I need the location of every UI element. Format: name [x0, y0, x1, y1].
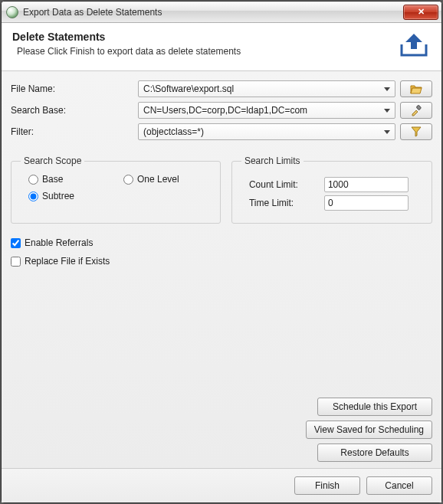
export-icon [397, 31, 431, 61]
side-actions: Schedule this Export View Saved for Sche… [11, 382, 432, 462]
time-limit-row: Time Limit: [241, 195, 422, 211]
schedule-export-label: Schedule this Export [333, 401, 417, 412]
groups-row: Search Scope Base One Level Subtree [11, 155, 432, 224]
search-base-label: Search Base: [11, 105, 133, 116]
filter-combo[interactable]: (objectclass=*) [138, 123, 395, 140]
scope-one-level-option[interactable]: One Level [123, 174, 211, 185]
search-limits-legend: Search Limits [241, 155, 304, 166]
search-scope-legend: Search Scope [21, 155, 84, 166]
enable-referrals-checkbox[interactable] [11, 238, 21, 248]
file-name-row: File Name: C:\Software\export.sql [11, 80, 432, 97]
dialog-window: Export Data as Delete Statements ✕ Delet… [1, 1, 442, 503]
header-subtitle: Please Click Finish to export data as de… [12, 46, 388, 57]
scope-subtree-label: Subtree [42, 191, 74, 201]
app-icon [6, 6, 18, 18]
filter-label: Filter: [11, 126, 133, 137]
funnel-icon [410, 126, 422, 138]
header-text: Delete Statements Please Click Finish to… [12, 31, 388, 57]
replace-file-checkbox[interactable] [11, 257, 21, 267]
search-limits-group: Search Limits Count Limit: Time Limit: [231, 155, 432, 224]
view-saved-button[interactable]: View Saved for Scheduling [306, 421, 432, 439]
file-name-label: File Name: [11, 83, 133, 94]
scope-one-level-label: One Level [137, 174, 179, 185]
dialog-header: Delete Statements Please Click Finish to… [2, 23, 441, 71]
count-limit-input[interactable] [324, 177, 409, 192]
finish-button[interactable]: Finish [294, 476, 360, 495]
count-limit-label: Count Limit: [249, 179, 318, 190]
scope-base-option[interactable]: Base [28, 174, 116, 185]
replace-file-label: Replace File if Exists [25, 256, 110, 267]
dialog-footer: Finish Cancel [2, 468, 441, 502]
restore-defaults-button[interactable]: Restore Defaults [317, 443, 432, 462]
count-limit-row: Count Limit: [241, 177, 422, 192]
search-base-combo[interactable]: CN=Users,DC=corp,DC=ldap1,DC=com [138, 102, 395, 119]
search-scope-group: Search Scope Base One Level Subtree [11, 155, 221, 224]
folder-open-icon [410, 83, 422, 95]
browse-file-button[interactable] [400, 80, 432, 97]
scope-base-label: Base [42, 174, 63, 185]
time-limit-label: Time Limit: [249, 198, 318, 208]
finish-label: Finish [315, 480, 340, 491]
replace-file-option[interactable]: Replace File if Exists [11, 256, 432, 267]
file-name-combo[interactable]: C:\Software\export.sql [138, 80, 395, 97]
enable-referrals-label: Enable Referrals [25, 237, 93, 248]
time-limit-input[interactable] [324, 195, 409, 211]
scope-one-level-radio[interactable] [123, 175, 133, 185]
filter-builder-button[interactable] [400, 123, 432, 140]
cancel-button[interactable]: Cancel [366, 476, 432, 495]
close-icon: ✕ [418, 7, 425, 17]
cancel-label: Cancel [385, 480, 413, 491]
search-base-value: CN=Users,DC=corp,DC=ldap1,DC=com [143, 105, 307, 116]
scope-base-radio[interactable] [28, 175, 38, 185]
filter-row: Filter: (objectclass=*) [11, 123, 432, 140]
search-base-picker-button[interactable] [400, 102, 432, 119]
scope-subtree-option[interactable]: Subtree [28, 191, 116, 201]
filter-value: (objectclass=*) [143, 126, 204, 137]
dialog-content: File Name: C:\Software\export.sql Search… [2, 71, 441, 468]
titlebar[interactable]: Export Data as Delete Statements ✕ [2, 2, 441, 23]
schedule-export-button[interactable]: Schedule this Export [317, 398, 432, 416]
svg-rect-0 [416, 105, 421, 110]
eyedropper-icon [410, 104, 422, 116]
close-button[interactable]: ✕ [403, 5, 438, 20]
view-saved-label: View Saved for Scheduling [314, 424, 424, 435]
search-base-row: Search Base: CN=Users,DC=corp,DC=ldap1,D… [11, 102, 432, 119]
window-title: Export Data as Delete Statements [23, 7, 403, 18]
restore-defaults-label: Restore Defaults [340, 447, 409, 458]
scope-subtree-radio[interactable] [28, 191, 38, 201]
file-name-value: C:\Software\export.sql [143, 83, 234, 94]
header-title: Delete Statements [12, 31, 388, 43]
enable-referrals-option[interactable]: Enable Referrals [11, 237, 432, 248]
